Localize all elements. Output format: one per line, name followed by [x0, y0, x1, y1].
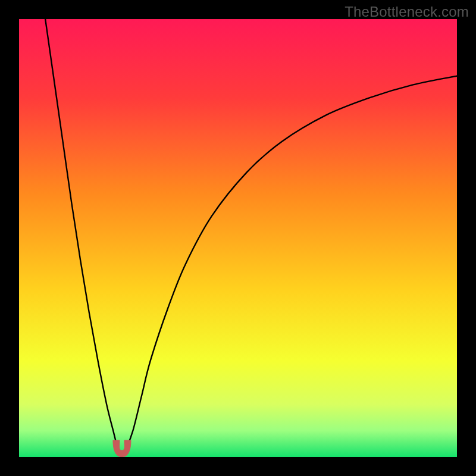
watermark-text: TheBottleneck.com [345, 4, 469, 20]
bottleneck-chart-svg [0, 0, 476, 476]
chart-frame: TheBottleneck.com [0, 0, 476, 476]
plot-background-gradient [19, 19, 457, 457]
